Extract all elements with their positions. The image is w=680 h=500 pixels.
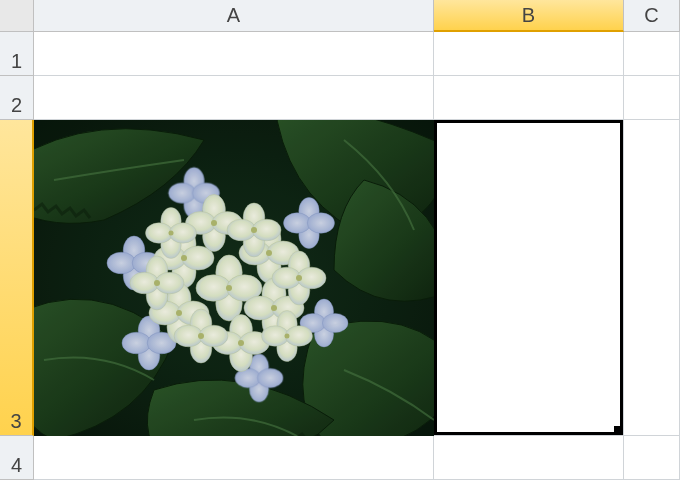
fill-handle[interactable]	[614, 426, 623, 435]
column-header-A[interactable]: A	[34, 0, 434, 32]
row-header-4[interactable]: 4	[0, 436, 34, 480]
select-all-corner[interactable]	[0, 0, 34, 32]
column-header-C[interactable]: C	[624, 0, 680, 32]
cell-B3[interactable]	[434, 120, 624, 436]
row-header-3[interactable]: 3	[0, 120, 34, 436]
cell-C4[interactable]	[624, 436, 680, 480]
column-header-row: A B C	[0, 0, 680, 32]
cell-selection-rectangle	[434, 120, 623, 435]
cell-area	[34, 32, 680, 480]
cell-B2[interactable]	[434, 76, 624, 120]
cell-A1[interactable]	[34, 32, 434, 76]
cell-A2[interactable]	[34, 76, 434, 120]
embedded-image[interactable]	[34, 120, 434, 436]
cell-C2[interactable]	[624, 76, 680, 120]
cell-B1[interactable]	[434, 32, 624, 76]
cell-B4[interactable]	[434, 436, 624, 480]
row-header-1[interactable]: 1	[0, 32, 34, 76]
cell-C3[interactable]	[624, 120, 680, 436]
cell-A4[interactable]	[34, 436, 434, 480]
cell-C1[interactable]	[624, 32, 680, 76]
column-header-B[interactable]: B	[434, 0, 624, 32]
row-header-column: 1 2 3 4	[0, 32, 34, 480]
row-header-2[interactable]: 2	[0, 76, 34, 120]
spreadsheet-grid[interactable]: A B C 1 2 3 4	[0, 0, 680, 500]
svg-rect-18	[34, 120, 434, 436]
cell-A3[interactable]	[34, 120, 434, 436]
